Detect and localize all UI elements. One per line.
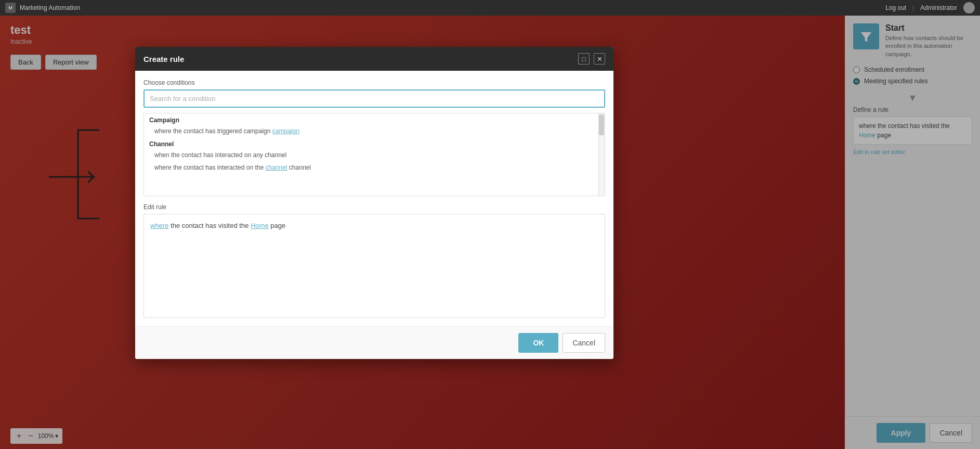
edit-rule-suffix: page [270, 222, 285, 229]
edit-rule-where-link[interactable]: where [150, 222, 168, 229]
app-logo: M [5, 3, 16, 13]
search-input[interactable] [143, 89, 605, 108]
topbar-separator: | [912, 4, 914, 11]
conditions-list: Campaign where the contact has triggered… [143, 113, 605, 196]
condition-item-campaign-text: where the contact has triggered campaign [154, 127, 272, 135]
admin-avatar [963, 2, 975, 14]
condition-item-any-channel[interactable]: when the contact has interacted on any c… [144, 149, 605, 161]
modal-footer: OK Cancel [135, 326, 613, 359]
condition-channel-suffix: channel [289, 164, 311, 171]
modal-close-button[interactable]: ✕ [594, 53, 605, 65]
condition-channel-text: where the contact has interacted on the [154, 164, 265, 171]
condition-any-channel-text: when the contact has interacted on any c… [154, 151, 286, 159]
channel-group-header: Channel [144, 137, 605, 149]
create-rule-modal: Create rule □ ✕ Choose conditions Campai… [135, 47, 613, 359]
edit-rule-label: Edit rule [143, 203, 605, 211]
ok-button[interactable]: OK [518, 333, 558, 353]
admin-label: Administrator [920, 4, 957, 11]
scrollbar-thumb [599, 114, 604, 135]
modal-header-buttons: □ ✕ [578, 53, 605, 65]
modal-title: Create rule [143, 55, 184, 63]
topbar-right: Log out | Administrator [885, 2, 975, 14]
logout-link[interactable]: Log out [885, 4, 906, 11]
edit-rule-box: where the contact has visited the Home p… [143, 214, 605, 318]
cancel-button[interactable]: Cancel [563, 333, 605, 353]
modal-header: Create rule □ ✕ [135, 47, 613, 71]
condition-item-channel[interactable]: where the contact has interacted on the … [144, 161, 605, 174]
edit-rule-home-link[interactable]: Home [251, 222, 269, 229]
choose-conditions-label: Choose conditions [143, 79, 605, 86]
campaign-group-header: Campaign [144, 113, 605, 125]
condition-channel-link[interactable]: channel [265, 164, 287, 171]
condition-item-campaign[interactable]: where the contact has triggered campaign… [144, 125, 605, 137]
main-background: test Inactive Back Report view Start Def… [0, 16, 980, 449]
topbar: M Marketing Automation Log out | Adminis… [0, 0, 980, 16]
modal-body: Choose conditions Campaign where the con… [135, 71, 613, 326]
scrollbar-track [598, 113, 605, 196]
app-name: Marketing Automation [20, 4, 80, 11]
edit-rule-middle-text: the contact has visited the [171, 222, 251, 229]
logo-letter: M [8, 5, 12, 10]
topbar-left: M Marketing Automation [5, 3, 80, 13]
modal-maximize-button[interactable]: □ [578, 53, 590, 65]
condition-campaign-link[interactable]: campaign [272, 127, 299, 135]
